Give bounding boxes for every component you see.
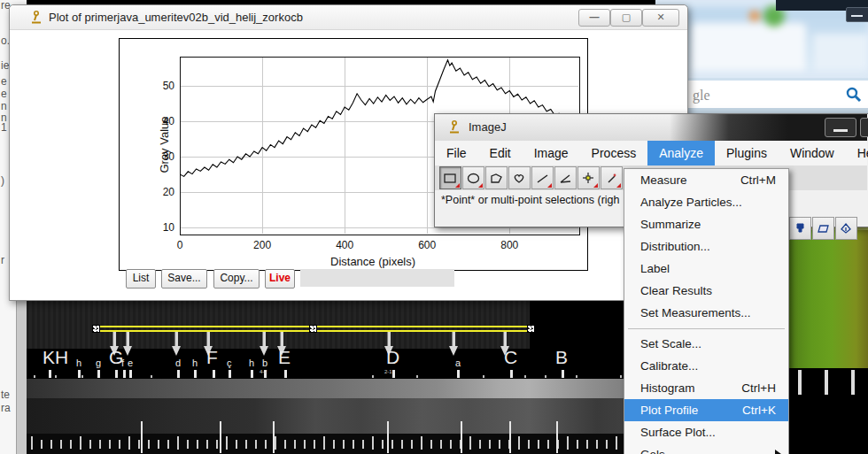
ruler-major-tick: [556, 421, 558, 453]
line-tick: [78, 370, 81, 378]
favicon-orange: [749, 11, 760, 21]
brush-tool[interactable]: [789, 217, 811, 240]
plot-window-titlebar[interactable]: Plot of primerjava_umeritev02b_vid_helij…: [10, 5, 687, 30]
y-tick-label: 10: [153, 221, 174, 234]
menu-item-summarize[interactable]: Summarize: [624, 213, 788, 235]
background-text-fragment: 1: [1, 122, 7, 133]
menubar-item-process[interactable]: Process: [580, 141, 648, 165]
angle-tool[interactable]: [554, 166, 577, 189]
menu-item-set-scale[interactable]: Set Scale...: [624, 333, 788, 355]
menu-item-set-measurements[interactable]: Set Measurements...: [624, 302, 788, 324]
menu-item-calibrate[interactable]: Calibrate...: [624, 355, 788, 377]
menu-item-measure[interactable]: MeasureCtrl+M: [624, 169, 788, 191]
menu-item-histogram[interactable]: HistogramCtrl+H: [624, 377, 788, 399]
ruler-tick: [41, 440, 43, 449]
line-dot: [483, 375, 484, 378]
live-button[interactable]: Live: [265, 269, 295, 289]
maximize-button[interactable]: ▢: [610, 9, 642, 27]
oval-tool[interactable]: [462, 166, 484, 189]
line-tick: [562, 370, 564, 378]
imagej-maximize-button[interactable]: [860, 118, 868, 137]
close-button[interactable]: ✕: [642, 9, 679, 27]
browser-minimize-button[interactable]: [846, 7, 868, 22]
menubar-item-image[interactable]: Image: [523, 141, 580, 165]
menu-item-analyze-particles[interactable]: Analyze Particles...: [624, 191, 788, 213]
menubar-item-window[interactable]: Window: [779, 141, 846, 165]
menu-item-label: Gels: [640, 448, 665, 454]
ruler-tick: [372, 436, 374, 450]
ruler-tick: [499, 440, 500, 449]
menubar-item-analyze[interactable]: Analyze: [647, 141, 715, 165]
search-icon[interactable]: [846, 87, 862, 103]
google-search-box[interactable]: gle: [661, 78, 868, 112]
line-tool[interactable]: [531, 166, 554, 189]
selection-handle[interactable]: [92, 325, 100, 333]
menu-item-clear-results[interactable]: Clear Results: [624, 280, 788, 302]
copy-button[interactable]: Copy...: [213, 269, 260, 289]
menu-item-surface-plot[interactable]: Surface Plot...: [624, 421, 788, 443]
down-arrow-marker: [123, 332, 131, 356]
menubar-item-help[interactable]: Help: [846, 141, 868, 165]
background-text-fragment: ): [1, 175, 4, 186]
menu-item-distribution[interactable]: Distribution...: [624, 235, 788, 258]
line-tick: [115, 370, 118, 378]
ruler-tick: [70, 440, 72, 449]
list-button[interactable]: List: [126, 269, 156, 289]
ruler-tick: [50, 440, 52, 449]
fraunhofer-line-label: KH: [43, 347, 68, 368]
point-tool[interactable]: [577, 166, 600, 189]
fraunhofer-line-label: B: [555, 347, 568, 368]
freehand-tool[interactable]: [508, 166, 531, 189]
menu-item-label[interactable]: Label: [624, 258, 788, 280]
line-tick: [457, 370, 460, 378]
line-tick: [213, 370, 215, 378]
ruler-tick: [430, 440, 432, 449]
x-tick-label: 800: [492, 239, 527, 251]
wand-tool[interactable]: [601, 166, 623, 189]
line-tick: [229, 370, 231, 378]
menu-item-gels[interactable]: Gels: [624, 443, 788, 454]
tool-submenu-corner: [455, 183, 460, 188]
imagej-minimize-button[interactable]: [825, 118, 856, 137]
ruler-tick: [236, 440, 237, 449]
menu-item-label: Analyze Particles...: [640, 196, 742, 209]
ruler-tick: [798, 370, 802, 395]
menu-separator: [624, 324, 788, 333]
ruler-tick: [323, 436, 325, 450]
menu-item-label: Surface Plot...: [640, 426, 716, 439]
ruler-tick: [226, 436, 228, 450]
selection-handle[interactable]: [527, 325, 535, 333]
menu-item-shortcut: Ctrl+K: [742, 404, 776, 417]
ruler-tick: [245, 440, 247, 449]
ruler-tick: [343, 440, 345, 449]
y-tick-label: 20: [153, 186, 174, 198]
menu-item-plot-profile[interactable]: Plot ProfileCtrl+K: [624, 399, 788, 421]
line-dot: [81, 375, 83, 378]
polygon-tool[interactable]: [485, 166, 508, 189]
selection-handle[interactable]: [309, 325, 317, 333]
ruler-tick: [825, 370, 828, 395]
line-dot: [34, 375, 35, 378]
imagej-microscope-icon: [29, 11, 43, 25]
save-button[interactable]: Save...: [161, 269, 207, 289]
fill-tool[interactable]: [835, 217, 857, 240]
fraunhofer-line-label: a: [455, 358, 461, 368]
menu-item-shortcut: Ctrl+M: [740, 173, 776, 187]
menu-item-label: Set Measurements...: [640, 306, 751, 319]
menubar-item-edit[interactable]: Edit: [478, 141, 523, 165]
line-dot: [576, 375, 577, 378]
fraunhofer-line-label: E: [278, 347, 291, 368]
ruler-tick: [177, 436, 179, 450]
menubar-item-file[interactable]: File: [435, 141, 478, 165]
eraser-tool[interactable]: [812, 217, 834, 240]
imagej-titlebar[interactable]: ImageJ: [435, 114, 867, 141]
ruler-tick: [528, 440, 530, 449]
rectangle-tool[interactable]: [439, 166, 461, 189]
ruler-tick: [216, 440, 218, 449]
menubar-item-plugins[interactable]: Plugins: [715, 141, 779, 165]
fraunhofer-line-label: F: [206, 347, 218, 368]
minimize-button[interactable]: —: [578, 9, 610, 27]
fraunhofer-line-label: f: [121, 358, 124, 368]
ruler-tick: [275, 436, 276, 450]
line-dot: [416, 375, 418, 378]
